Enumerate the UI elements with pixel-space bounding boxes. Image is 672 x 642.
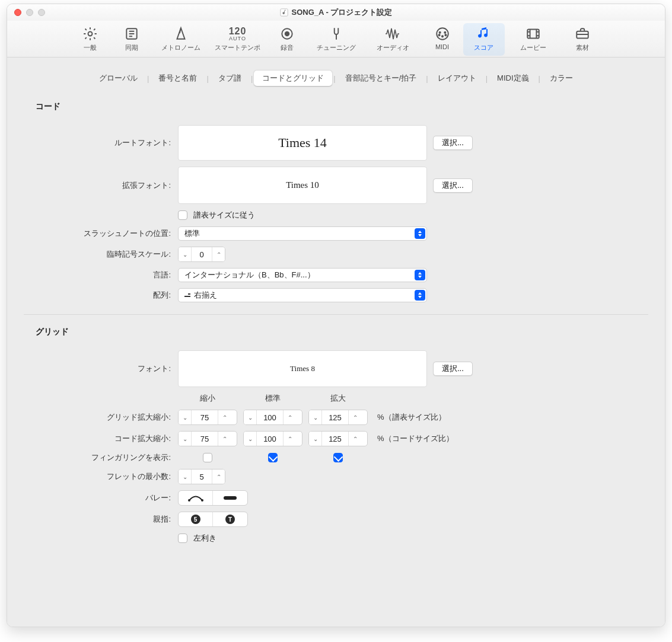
grid-font-label: フォント: bbox=[24, 363, 178, 374]
grid-section-title: グリッド bbox=[36, 327, 648, 337]
left-handed-checkbox[interactable] bbox=[178, 534, 187, 543]
toolbar-score[interactable]: スコア bbox=[463, 23, 505, 56]
root-font-display: Times 14 bbox=[178, 125, 427, 161]
chord-scale-normal-stepper[interactable]: ⌄100⌃ bbox=[243, 431, 302, 446]
chord-scale-small-stepper[interactable]: ⌄75⌃ bbox=[178, 431, 237, 446]
alignment-label: 配列: bbox=[24, 290, 178, 301]
metronome-icon bbox=[173, 26, 189, 41]
follow-staff-size-checkbox[interactable] bbox=[178, 210, 187, 220]
subtab-color[interactable]: カラー bbox=[542, 71, 581, 86]
grid-scale-label: グリッド拡大縮小: bbox=[24, 412, 178, 423]
barre-option-bar[interactable] bbox=[213, 491, 247, 505]
midi-icon bbox=[435, 26, 450, 41]
window-title: SONG_A - プロジェクト設定 bbox=[7, 7, 665, 18]
fingering-normal-checkbox[interactable] bbox=[268, 453, 278, 462]
gear-icon bbox=[82, 26, 98, 41]
subtab-layout[interactable]: レイアウト bbox=[429, 71, 485, 86]
grid-scale-normal-stepper[interactable]: ⌄100⌃ bbox=[243, 410, 302, 425]
barre-arc-icon bbox=[187, 494, 204, 502]
toolbar-record[interactable]: 録音 bbox=[266, 23, 308, 56]
subtab-tablature[interactable]: タブ譜 bbox=[210, 71, 250, 86]
main-toolbar: 一般 同期 メトロノーム 120 AUTO スマートテンポ 録音 チューニング bbox=[7, 21, 665, 58]
sync-icon bbox=[124, 26, 139, 41]
fingering-large-checkbox[interactable] bbox=[333, 453, 343, 462]
grid-font-choose-button[interactable]: 選択... bbox=[433, 362, 473, 376]
stepper-up-button[interactable]: ⌃ bbox=[212, 247, 225, 261]
toolbar-sync[interactable]: 同期 bbox=[111, 23, 152, 56]
section-divider bbox=[24, 314, 648, 315]
language-select[interactable]: インターナショナル（B、Bb、F#...） bbox=[178, 268, 427, 282]
titlebar: SONG_A - プロジェクト設定 bbox=[7, 4, 665, 21]
chord-scale-suffix: %（コードサイズ比） bbox=[374, 433, 648, 444]
svg-point-9 bbox=[445, 34, 446, 36]
col-normal-label: 標準 bbox=[243, 393, 302, 404]
toolbar-general[interactable]: 一般 bbox=[69, 23, 111, 56]
toolbar-audio[interactable]: オーディオ bbox=[365, 23, 422, 56]
project-settings-window: SONG_A - プロジェクト設定 一般 同期 メトロノーム 120 AUTO … bbox=[7, 4, 665, 627]
svg-point-6 bbox=[439, 32, 440, 33]
toolbar-tuning[interactable]: チューニング bbox=[308, 23, 365, 56]
toolbar-movie[interactable]: ムービー bbox=[505, 23, 562, 56]
slash-position-select[interactable]: 標準 bbox=[178, 226, 427, 241]
chevron-up-down-icon bbox=[415, 290, 425, 301]
smarttempo-icon: 120 AUTO bbox=[228, 25, 248, 42]
chevron-up-down-icon bbox=[415, 270, 425, 280]
svg-point-4 bbox=[285, 32, 289, 36]
svg-point-10 bbox=[441, 36, 442, 37]
subtab-midi-meaning[interactable]: MIDI定義 bbox=[489, 71, 537, 86]
thumb-option-5[interactable]: 5 bbox=[179, 512, 213, 526]
col-small-label: 縮小 bbox=[178, 393, 237, 404]
align-right-icon bbox=[184, 293, 190, 297]
barre-bar-icon bbox=[222, 495, 238, 501]
ext-font-display: Times 10 bbox=[178, 167, 427, 204]
svg-point-14 bbox=[201, 499, 203, 502]
chord-scale-label: コード拡大縮小: bbox=[24, 433, 178, 444]
slash-position-label: スラッシュノートの位置: bbox=[24, 228, 178, 239]
toolbar-midi[interactable]: MIDI bbox=[422, 23, 463, 56]
fingering-small-checkbox[interactable] bbox=[203, 453, 212, 462]
svg-point-1 bbox=[88, 32, 92, 36]
record-icon bbox=[279, 26, 295, 41]
grid-scale-small-stepper[interactable]: ⌄75⌃ bbox=[178, 410, 237, 425]
chord-scale-large-stepper[interactable]: ⌄125⌃ bbox=[308, 431, 368, 446]
subtab-clef-key-time[interactable]: 音部記号とキー/拍子 bbox=[337, 71, 425, 86]
accidental-scale-value: 0 bbox=[192, 247, 212, 261]
accidental-scale-stepper[interactable]: ⌄ 0 ⌃ bbox=[178, 247, 225, 262]
subtab-global[interactable]: グローバル bbox=[91, 71, 146, 86]
barre-segmented[interactable] bbox=[178, 490, 248, 506]
toolbar-metronome[interactable]: メトロノーム bbox=[152, 23, 209, 56]
thumb-label: 親指: bbox=[24, 514, 178, 525]
svg-point-7 bbox=[444, 32, 445, 33]
score-subtabs: グローバル| 番号と名前| タブ譜| コードとグリッド| 音部記号とキー/拍子|… bbox=[24, 71, 648, 86]
music-notes-icon bbox=[476, 26, 492, 41]
subtab-chords-grids[interactable]: コードとグリッド bbox=[254, 71, 332, 86]
tuning-fork-icon bbox=[329, 26, 344, 41]
stepper-down-button[interactable]: ⌄ bbox=[179, 247, 192, 261]
grid-scale-large-stepper[interactable]: ⌄125⌃ bbox=[308, 410, 368, 425]
barre-label: バレー: bbox=[24, 493, 178, 503]
svg-rect-15 bbox=[224, 496, 237, 500]
thumb-t-icon: T bbox=[225, 515, 235, 524]
alignment-select[interactable]: 右揃え bbox=[178, 288, 427, 302]
thumb-segmented[interactable]: 5 T bbox=[178, 512, 248, 527]
root-font-choose-button[interactable]: 選択... bbox=[433, 136, 473, 150]
toolbar-smarttempo[interactable]: 120 AUTO スマートテンポ bbox=[209, 23, 266, 56]
toolbar-assets[interactable]: 素材 bbox=[562, 23, 603, 56]
thumb-5-icon: 5 bbox=[191, 515, 200, 524]
min-frets-stepper[interactable]: ⌄5⌃ bbox=[178, 469, 225, 484]
grid-scale-suffix: %（譜表サイズ比） bbox=[374, 412, 648, 423]
barre-option-arc[interactable] bbox=[179, 491, 213, 505]
subtab-numbers-names[interactable]: 番号と名前 bbox=[150, 71, 205, 86]
svg-point-5 bbox=[437, 28, 448, 40]
follow-staff-size-label: 譜表サイズに従う bbox=[193, 210, 255, 221]
left-handed-label: 左利き bbox=[193, 533, 216, 544]
music-note-icon bbox=[280, 8, 288, 17]
chord-section-title: コード bbox=[36, 101, 648, 112]
film-icon bbox=[526, 26, 541, 41]
ext-font-choose-button[interactable]: 選択... bbox=[433, 178, 473, 193]
language-label: 言語: bbox=[24, 270, 178, 280]
thumb-option-t[interactable]: T bbox=[213, 512, 247, 526]
svg-point-13 bbox=[188, 499, 190, 502]
min-frets-label: フレットの最小数: bbox=[24, 471, 178, 482]
root-font-label: ルートフォント: bbox=[24, 138, 178, 148]
